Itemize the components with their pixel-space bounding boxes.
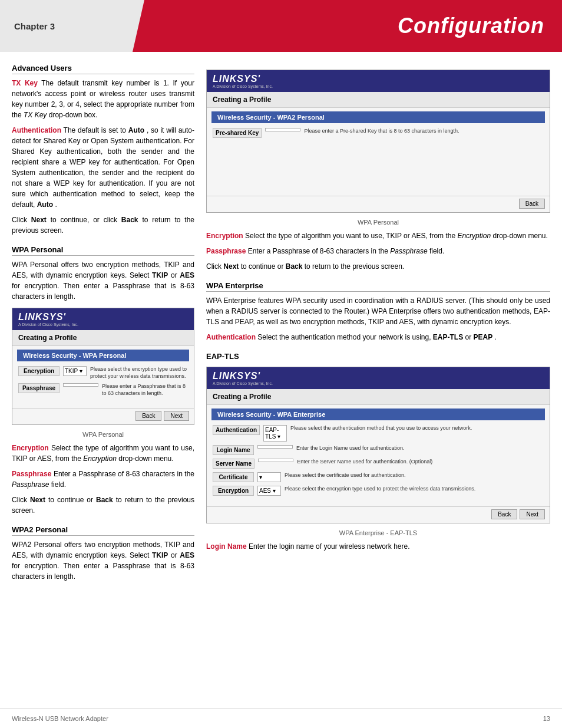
enc-italic: Encryption: [83, 454, 117, 463]
page-title: Configuration: [398, 14, 544, 38]
right-column: LINKSYS' A Division of Cisco Systems, In…: [206, 64, 550, 587]
ss3-enc-desc: Please select the encryption type used t…: [285, 486, 544, 493]
ss3-cert-select[interactable]: ▾: [257, 472, 281, 482]
page-footer: Wireless-N USB Network Adapter 13: [0, 709, 562, 728]
advanced-users-heading: Advanced Users: [12, 64, 194, 74]
auth-text: The default is set to: [64, 126, 128, 134]
pass2-text: Enter a Passphrase of 8-63 characters in…: [248, 247, 390, 255]
pass-para: Passphrase Enter a Passphrase of 8-63 ch…: [12, 469, 194, 490]
pass2-italic: Passphrase: [390, 247, 427, 255]
enc2-italic: Encryption: [457, 232, 491, 240]
tx-key-italic: TX Key: [24, 111, 47, 119]
pass-label: Passphrase: [12, 470, 51, 478]
ss3-server-input[interactable]: [258, 459, 293, 462]
enc2-text2: drop-down menu.: [492, 232, 547, 240]
click-next-back3-para: Click Next to continue or Back to return…: [206, 261, 550, 272]
click-next-back2-para: Click Next to continue or Back to return…: [12, 495, 194, 516]
ss3-login-row: Login Name Enter the Login Name used for…: [213, 445, 544, 455]
ss3-auth-select[interactable]: EAP-TLS ▾: [263, 425, 287, 442]
ss-next-btn[interactable]: Next: [164, 411, 189, 421]
ss2-pass-input[interactable]: [265, 128, 300, 131]
auth2-peap: PEAP: [474, 333, 493, 341]
ss-header: LINKSYS' A Division of Cisco Systems, In…: [12, 308, 194, 330]
tx-key-para: TX Key The default transmit key number i…: [12, 78, 194, 120]
tx-key-text2: drop-down box.: [49, 111, 98, 119]
wpa-enterprise-heading: WPA Enterprise: [206, 281, 550, 292]
ss-pass-input[interactable]: [63, 383, 98, 387]
ss3-title-bar: Creating a Profile: [207, 389, 550, 405]
title-area: Configuration: [133, 0, 562, 52]
pass-italic: Passphrase: [12, 480, 49, 489]
ss3-header: LINKSYS' A Division of Cisco Systems, In…: [207, 367, 550, 389]
eap-tls-heading: EAP-TLS: [206, 352, 550, 361]
ss3-cert-label: Certificate: [213, 472, 254, 482]
ss3-login-label: Login Name: [213, 445, 254, 455]
click-next-back-para: Click Next to continue, or click Back to…: [12, 215, 194, 236]
wpa-personal-screenshot: LINKSYS' A Division of Cisco Systems, In…: [12, 308, 194, 425]
ss2-subtitle: Wireless Security - WPA2 Personal: [211, 111, 545, 123]
ss3-auth-row: Authentication EAP-TLS ▾ Please select t…: [213, 425, 544, 442]
ss3-enc-row: Encryption AES ▾ Please select the encry…: [213, 486, 544, 496]
tx-key-label: TX Key: [12, 79, 38, 87]
auth-text2: , so it will auto-detect for Shared Key …: [12, 126, 194, 209]
ss-pass-row: Passphrase Please enter a Passphrase tha…: [18, 383, 188, 397]
enc-text2: drop-down menu.: [118, 454, 173, 463]
chapter-label-area: Chapter 3: [0, 0, 133, 52]
pass2-text2: field.: [429, 247, 444, 255]
wpa-personal-para: WPA Personal offers two encryption metho…: [12, 259, 194, 302]
wpa-enterprise-para: WPA Enterprise features WPA security use…: [206, 295, 550, 327]
ss3-body: Authentication EAP-TLS ▾ Please select t…: [207, 420, 550, 504]
wpa-personal-text: WPA Personal offers two encryption metho…: [12, 261, 194, 301]
wpa2-screenshot-caption: WPA Personal: [206, 219, 550, 226]
click-next-back3-text: Click Next to continue or Back to return…: [206, 262, 404, 271]
pass2-label: Passphrase: [206, 247, 246, 255]
pass2-para: Passphrase Enter a Passphrase of 8-63 ch…: [206, 246, 550, 256]
auth2-para: Authentication Select the authentication…: [206, 332, 550, 342]
ss-pass-label: Passphrase: [18, 383, 59, 393]
ss-subtitle: Wireless Security - WPA Personal: [17, 350, 189, 361]
auth2-text: Select the authentication method your ne…: [257, 333, 433, 341]
enc2-para: Encryption Select the type of algorithm …: [206, 230, 550, 241]
chapter-label: Chapter 3: [14, 21, 55, 31]
ss-enc-select[interactable]: TKIP ▾: [63, 366, 87, 376]
ss3-auth-desc: Please select the authentication method …: [290, 425, 544, 432]
ss2-body: Pre-shared Key Please enter a Pre-shared…: [207, 123, 550, 193]
ss3-footer: Back Next: [207, 506, 550, 523]
ss2-empty: [213, 141, 544, 189]
ss3-back-btn[interactable]: Back: [491, 509, 517, 519]
click-next-back-text: Click Next to continue, or click Back to…: [12, 216, 194, 235]
auth2-eap: EAP-TLS: [433, 333, 463, 341]
ss3-server-desc: Enter the Server Name used for authentic…: [297, 459, 544, 466]
ss-pass-desc: Please enter a Passphrase that is 8 to 6…: [102, 383, 188, 397]
auth2-text2: .: [495, 333, 497, 341]
ss-body: Encryption TKIP ▾ Please select the encr…: [12, 361, 194, 406]
enc2-text: Select the type of algorithm you want to…: [245, 232, 457, 240]
ss3-enc-select[interactable]: AES ▾: [257, 486, 281, 496]
ss3-next-btn[interactable]: Next: [520, 509, 545, 519]
auth2-label: Authentication: [206, 333, 256, 341]
auth2-or: or: [465, 333, 474, 341]
footer-left: Wireless-N USB Network Adapter: [12, 715, 108, 722]
login-name-para: Login Name Enter the login name of your …: [206, 541, 550, 552]
auth-auto2: Auto: [37, 200, 53, 209]
wpa-enterprise-text: WPA Enterprise features WPA security use…: [206, 297, 550, 326]
eap-tls-screenshot: LINKSYS' A Division of Cisco Systems, In…: [206, 367, 550, 523]
auth-para: Authentication The default is set to Aut…: [12, 125, 194, 210]
auth-text3: .: [55, 200, 57, 209]
ss-back-btn[interactable]: Back: [135, 411, 161, 421]
ss2-pass-desc: Please enter a Pre-shared Key that is 8 …: [304, 128, 544, 135]
login-name-text: Enter the login name of your wireless ne…: [249, 542, 409, 551]
left-column: Advanced Users TX Key The default transm…: [12, 64, 194, 587]
auth-auto: Auto: [128, 126, 144, 134]
wpa-screenshot-caption: WPA Personal: [12, 431, 194, 438]
ss2-back-btn[interactable]: Back: [519, 199, 545, 209]
ss3-login-input[interactable]: [257, 445, 293, 449]
wpa2-personal-text: WPA2 Personal offers two encryption meth…: [12, 541, 194, 581]
main-content: Advanced Users TX Key The default transm…: [0, 52, 562, 598]
ss3-server-row: Server Name Enter the Server Name used f…: [213, 459, 544, 469]
ss3-subtitle: Wireless Security - WPA Enterprise: [211, 409, 545, 420]
wpa2-personal-screenshot: LINKSYS' A Division of Cisco Systems, In…: [206, 70, 550, 213]
auth-label: Authentication: [12, 126, 61, 134]
linksys-logo: LINKSYS' A Division of Cisco Systems, In…: [18, 312, 78, 327]
ss3-auth-label: Authentication: [213, 425, 260, 435]
